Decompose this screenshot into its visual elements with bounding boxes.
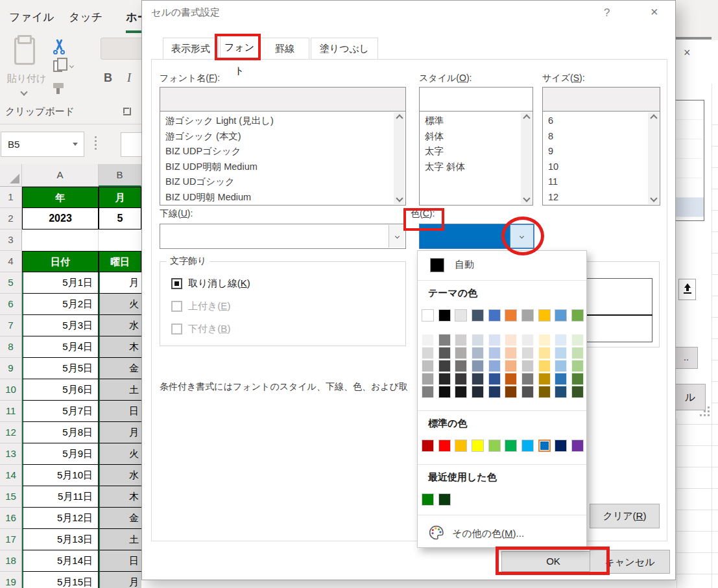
row-header[interactable]: 18 xyxy=(0,550,22,572)
cell-b[interactable]: 火 xyxy=(99,443,141,465)
cell-b[interactable]: 金 xyxy=(99,508,141,529)
cell-a[interactable]: 日付 xyxy=(22,251,99,272)
select-all-corner[interactable] xyxy=(0,164,22,187)
row-header[interactable]: 10 xyxy=(0,379,22,401)
rule-list-item[interactable] xyxy=(675,139,704,159)
cell-a[interactable]: 5月5日 xyxy=(22,358,99,379)
strikethrough-row[interactable]: 取り消し線(K) xyxy=(171,277,250,290)
color-combobox[interactable] xyxy=(419,224,534,249)
size-input[interactable] xyxy=(542,87,660,112)
color-swatch[interactable] xyxy=(472,386,484,398)
chevron-down-icon[interactable] xyxy=(389,225,405,248)
color-swatch[interactable] xyxy=(505,334,517,346)
color-swatch[interactable] xyxy=(538,360,551,372)
color-swatch[interactable] xyxy=(472,440,484,452)
color-swatch[interactable] xyxy=(555,334,567,346)
column-header-b[interactable]: B xyxy=(99,164,141,187)
cell-a[interactable]: 5月15日 xyxy=(22,572,99,588)
cell-a[interactable]: 5月6日 xyxy=(22,379,99,401)
color-swatch[interactable] xyxy=(472,334,484,346)
cell-a[interactable]: 5月14日 xyxy=(22,550,99,572)
format-painter-icon[interactable] xyxy=(53,83,64,88)
cell-b[interactable]: 5 xyxy=(99,208,141,229)
row-header[interactable]: 8 xyxy=(0,336,22,358)
list-item[interactable]: 標準 xyxy=(420,113,520,129)
color-swatch[interactable] xyxy=(555,386,567,398)
row-header[interactable]: 17 xyxy=(0,529,22,550)
color-swatch[interactable] xyxy=(455,440,467,452)
list-item[interactable]: 11 xyxy=(543,174,647,190)
color-swatch[interactable] xyxy=(488,347,501,359)
color-swatch[interactable] xyxy=(438,334,451,346)
color-swatch[interactable] xyxy=(438,373,451,385)
clear-button[interactable]: クリア(R) xyxy=(590,504,660,528)
copy-icon[interactable] xyxy=(53,60,62,72)
list-item[interactable]: BIZ UD明朝 Medium xyxy=(160,190,392,206)
superscript-checkbox[interactable] xyxy=(171,301,182,312)
rules-list[interactable] xyxy=(675,100,704,221)
rule-list-item[interactable] xyxy=(675,198,704,217)
cut-scissors-icon[interactable] xyxy=(52,39,66,54)
cell-b[interactable]: 木 xyxy=(99,336,141,358)
list-item[interactable]: 6 xyxy=(543,113,647,129)
color-swatch[interactable] xyxy=(555,440,567,452)
color-swatch[interactable] xyxy=(571,309,584,322)
color-swatch[interactable] xyxy=(555,373,567,385)
color-swatch[interactable] xyxy=(422,334,434,346)
color-swatch[interactable] xyxy=(438,386,451,398)
row-header[interactable]: 5 xyxy=(0,272,22,294)
name-box[interactable]: B5 xyxy=(1,132,84,157)
list-item[interactable]: 游ゴシック Light (見出し) xyxy=(160,113,392,129)
color-swatch[interactable] xyxy=(422,440,434,452)
list-item[interactable]: 游ゴシック (本文) xyxy=(160,129,392,145)
list-item[interactable]: 12 xyxy=(543,190,647,206)
color-swatch[interactable] xyxy=(422,493,434,506)
color-swatch[interactable] xyxy=(438,309,451,322)
color-swatch[interactable] xyxy=(438,493,451,506)
help-icon[interactable]: ? xyxy=(604,6,610,19)
color-swatch[interactable] xyxy=(438,440,451,452)
scrollbar[interactable] xyxy=(394,112,405,204)
cell-b[interactable]: 月 xyxy=(99,187,141,208)
color-swatch[interactable] xyxy=(472,309,484,322)
cell-a[interactable]: 5月10日 xyxy=(22,465,99,486)
color-swatch[interactable] xyxy=(521,373,534,385)
cell-a[interactable]: 5月11日 xyxy=(22,486,99,508)
color-swatch[interactable] xyxy=(488,440,501,452)
cell-a[interactable]: 5月9日 xyxy=(22,443,99,465)
paste-dropdown-caret[interactable] xyxy=(20,88,27,95)
paste-button-label[interactable]: 貼り付け xyxy=(4,73,49,85)
tab-border[interactable]: 罫線 xyxy=(260,38,309,60)
cell-b[interactable]: 土 xyxy=(99,529,141,550)
color-swatch[interactable] xyxy=(488,309,501,322)
cell-b[interactable] xyxy=(99,229,141,251)
cell-a[interactable]: 5月4日 xyxy=(22,336,99,358)
row-header[interactable]: 13 xyxy=(0,443,22,465)
list-item[interactable]: 太字 斜体 xyxy=(420,159,520,175)
rule-list-item[interactable] xyxy=(675,120,704,139)
color-swatch[interactable] xyxy=(571,347,584,359)
color-swatch[interactable] xyxy=(472,360,484,372)
size-list[interactable]: 689101112 xyxy=(542,111,660,206)
underline-combobox[interactable] xyxy=(160,224,406,249)
tab-font[interactable]: フォント xyxy=(220,35,259,60)
ribbon-tab-file[interactable]: ファイル xyxy=(9,10,54,25)
color-swatch[interactable] xyxy=(488,373,501,385)
row-header[interactable]: 15 xyxy=(0,486,22,508)
strikethrough-checkbox[interactable] xyxy=(171,278,182,289)
color-swatch[interactable] xyxy=(571,386,584,398)
name-box-caret-icon[interactable] xyxy=(73,143,78,146)
font-name-box-fragment[interactable] xyxy=(101,38,146,60)
scrollbar[interactable] xyxy=(521,112,532,204)
partial-button[interactable]: .. xyxy=(675,347,698,369)
tab-fill[interactable]: 塗りつぶし xyxy=(311,38,378,60)
color-swatch[interactable] xyxy=(472,373,484,385)
move-up-button[interactable] xyxy=(678,279,696,300)
rule-list-item[interactable] xyxy=(675,159,704,178)
color-swatch[interactable] xyxy=(438,347,451,359)
cell-b[interactable]: 火 xyxy=(99,294,141,315)
cell-b[interactable]: 月 xyxy=(99,422,141,443)
color-swatch[interactable] xyxy=(571,334,584,346)
color-swatch[interactable] xyxy=(555,309,567,322)
cell-a[interactable]: 5月13日 xyxy=(22,529,99,550)
